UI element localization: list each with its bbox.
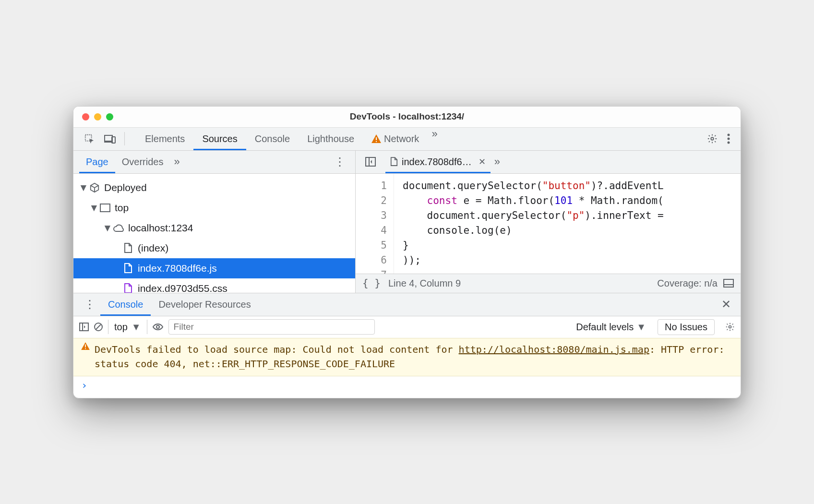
toggle-navigator-icon[interactable] [360, 157, 381, 167]
tree-label: (index) [138, 242, 168, 254]
svg-rect-20 [85, 344, 86, 347]
svg-line-17 [96, 324, 101, 329]
kebab-menu-icon[interactable] [722, 131, 735, 147]
window-title: DevTools - localhost:1234/ [73, 111, 741, 122]
pretty-print-icon[interactable]: { } [362, 277, 388, 289]
warning-triangle-icon [371, 134, 381, 143]
tree-deployed[interactable]: ▼ Deployed [73, 178, 355, 198]
svg-point-6 [728, 134, 730, 136]
editor-more-tabs-icon[interactable]: » [491, 156, 504, 168]
drawer-tabs: ⋮ Console Developer Resources ✕ [73, 293, 741, 316]
svg-rect-9 [100, 204, 110, 212]
tree-label: Deployed [104, 182, 147, 193]
tree-label: index.d9703d55.css [138, 283, 227, 293]
warning-pre: DevTools failed to load source map: Coul… [95, 344, 459, 355]
svg-point-7 [728, 138, 730, 140]
tab-elements[interactable]: Elements [136, 128, 193, 150]
editor-statusbar: { } Line 4, Column 9 Coverage: n/a [356, 274, 741, 293]
tree-file-js[interactable]: index.7808df6e.js [73, 258, 355, 278]
editor-tab-active[interactable]: index.7808df6… ✕ [385, 151, 491, 173]
close-window-button[interactable] [82, 113, 89, 120]
document-icon [122, 263, 134, 274]
collapse-arrow-icon: ▼ [90, 202, 98, 214]
dropdown-caret-icon: ▼ [132, 322, 141, 333]
warning-link[interactable]: http://localhost:8080/main.js.map [459, 344, 649, 355]
cursor-position: Line 4, Column 9 [388, 278, 461, 289]
file-tree: ▼ Deployed ▼ top ▼ [73, 174, 355, 293]
toggle-sidebar-icon[interactable] [79, 323, 89, 331]
drawer-kebab-icon[interactable]: ⋮ [79, 298, 100, 311]
zoom-window-button[interactable] [106, 113, 113, 120]
document-icon [122, 243, 134, 253]
close-tab-icon[interactable]: ✕ [479, 156, 486, 167]
context-label: top [114, 322, 128, 333]
navigator-kebab-icon[interactable]: ⋮ [330, 155, 349, 168]
tree-label: top [115, 202, 129, 214]
line-gutter: 1234567 [356, 174, 394, 274]
show-drawer-icon[interactable] [723, 279, 734, 288]
svg-rect-3 [376, 137, 377, 140]
svg-rect-4 [376, 141, 377, 142]
document-icon [122, 283, 134, 293]
tab-console[interactable]: Console [246, 128, 299, 150]
live-expression-icon[interactable] [152, 323, 164, 331]
devtools-window: DevTools - localhost:1234/ Elements Sour… [73, 106, 741, 398]
context-selector[interactable]: top ▼ [108, 320, 147, 334]
panel-tabs: Elements Sources Console Lighthouse Netw… [136, 128, 442, 150]
svg-rect-1 [105, 135, 112, 141]
navigator-tab-page[interactable]: Page [79, 151, 115, 173]
issues-button[interactable]: No Issues [658, 319, 715, 335]
editor-tabs: index.7808df6… ✕ » [356, 151, 741, 174]
svg-rect-12 [724, 279, 733, 287]
tree-top[interactable]: ▼ top [73, 198, 355, 218]
cube-icon [89, 182, 100, 193]
console-prompt[interactable]: › [73, 376, 741, 398]
warning-triangle-icon [81, 342, 90, 371]
collapse-arrow-icon: ▼ [103, 222, 112, 234]
tab-sources[interactable]: Sources [193, 128, 246, 150]
divider [124, 132, 125, 145]
console-filter-input[interactable] [168, 319, 375, 335]
collapse-arrow-icon: ▼ [79, 182, 88, 193]
tree-origin[interactable]: ▼ localhost:1234 [73, 218, 355, 238]
svg-rect-21 [85, 348, 86, 349]
svg-point-18 [156, 325, 159, 328]
drawer-tab-console[interactable]: Console [100, 293, 151, 316]
device-toolbar-icon[interactable] [99, 131, 120, 146]
navigator-tabs: Page Overrides » ⋮ [73, 151, 355, 174]
drawer-tab-devresources[interactable]: Developer Resources [151, 293, 258, 316]
frame-icon [99, 204, 111, 212]
console-settings-gear-icon[interactable] [725, 322, 735, 332]
editor-panel: index.7808df6… ✕ » 1234567 document.quer… [356, 151, 741, 293]
close-drawer-icon[interactable]: ✕ [718, 298, 735, 311]
navigator-more-chevron-icon[interactable]: » [170, 156, 183, 168]
cloud-icon [113, 224, 124, 232]
svg-point-5 [711, 137, 714, 140]
editor-tab-label: index.7808df6… [402, 156, 472, 168]
tab-lighthouse[interactable]: Lighthouse [299, 128, 363, 150]
tab-network[interactable]: Network [363, 128, 428, 150]
tab-network-label: Network [384, 133, 419, 144]
main-toolbar: Elements Sources Console Lighthouse Netw… [73, 128, 741, 151]
clear-console-icon[interactable] [94, 322, 103, 332]
svg-point-19 [729, 326, 731, 328]
code-content[interactable]: document.querySelector("button")?.addEve… [394, 174, 741, 274]
document-icon [390, 157, 398, 167]
console-toolbar: top ▼ Default levels ▼ No Issues [73, 316, 741, 338]
tree-file-css[interactable]: index.d9703d55.css [73, 278, 355, 293]
tree-label: localhost:1234 [128, 222, 193, 234]
coverage-status: Coverage: n/a [657, 278, 723, 289]
navigator-tab-overrides[interactable]: Overrides [115, 151, 170, 173]
tree-file-index[interactable]: (index) [73, 238, 355, 258]
more-tabs-chevron-icon[interactable]: » [428, 128, 441, 150]
console-warning-row: DevTools failed to load source map: Coul… [73, 338, 741, 376]
tree-label: index.7808df6e.js [138, 263, 217, 274]
settings-gear-icon[interactable] [702, 131, 722, 147]
minimize-window-button[interactable] [94, 113, 101, 120]
log-levels-selector[interactable]: Default levels ▼ [576, 322, 646, 333]
window-controls [82, 113, 113, 120]
sources-panel: Page Overrides » ⋮ ▼ Deployed ▼ [73, 151, 741, 293]
code-editor[interactable]: 1234567 document.querySelector("button")… [356, 174, 741, 274]
inspect-element-icon[interactable] [79, 131, 99, 147]
levels-label: Default levels [576, 322, 634, 333]
